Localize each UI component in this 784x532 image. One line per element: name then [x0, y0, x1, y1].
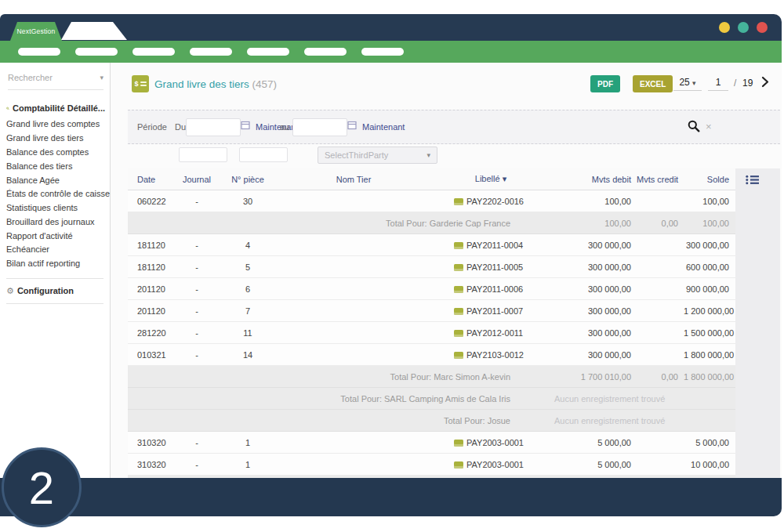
page-size-select[interactable]: 25 ▾ — [673, 77, 702, 91]
total-row: Total Pour: JosueAucun enregistrement tr… — [128, 410, 735, 432]
cell-nom-tier — [275, 278, 432, 300]
cell-mvts-credit — [636, 256, 683, 278]
cell-mvts-credit — [636, 190, 683, 212]
payment-icon — [454, 286, 463, 293]
sidebar-item[interactable]: Grand livre des comptes — [0, 118, 110, 132]
sidebar-item-configuration[interactable]: ⚙ Configuration — [6, 286, 103, 296]
chevron-down-icon: ▾ — [692, 79, 696, 87]
column-header[interactable]: Date — [128, 168, 173, 190]
column-header[interactable]: N° pièce — [220, 168, 275, 190]
ledger-entry-row: 201120-6PAY2011-0006300 000,00900 000,00 — [128, 278, 735, 300]
nav-item-placeholder[interactable] — [75, 48, 118, 56]
ledger-table: DateJournalN° pièceNom TierLibellé ▾Mvts… — [128, 168, 735, 478]
sidebar-section-comptabilite[interactable]: Comptabilité Détaillé... — [6, 103, 105, 113]
nav-item-placeholder[interactable] — [361, 48, 404, 56]
cell-nom-tier — [275, 234, 432, 256]
cell-date: 201120 — [128, 278, 173, 300]
cell-nom-tier — [275, 322, 432, 344]
cell-solde: 10 000,00 — [683, 454, 735, 476]
configuration-label: Configuration — [17, 286, 74, 295]
sidebar-item[interactable]: Rapport d'activité — [0, 229, 110, 243]
sidebar-item[interactable]: Echéancier — [0, 243, 110, 257]
app-window: NextGestion Rechercher ▾ Comptabilité Dé… — [0, 0, 784, 532]
page-separator: / — [734, 78, 736, 89]
cell-date: 310320 — [128, 432, 173, 454]
total-label: Total Pour: SARL Camping Amis de Cala Ir… — [128, 388, 550, 410]
cell-nom-tier — [275, 344, 432, 366]
cell-solde: 300 000,00 — [683, 234, 735, 256]
nav-item-placeholder[interactable] — [247, 48, 289, 56]
journal-filter-input[interactable] — [179, 147, 227, 162]
date-to-input[interactable] — [292, 118, 347, 136]
date-from-input[interactable] — [186, 118, 241, 136]
close-button[interactable] — [757, 22, 768, 33]
brand-name: NextGestion — [17, 27, 56, 35]
ledger-entry-row: 181120-5PAY2011-0005300 000,00600 000,00 — [128, 256, 735, 278]
nav-item-placeholder[interactable] — [132, 48, 175, 56]
main-navbar — [0, 41, 782, 63]
cell-date: 060222 — [128, 190, 173, 212]
cell-journal: - — [173, 234, 220, 256]
cell-solde: 5 000,00 — [683, 432, 735, 454]
ledger-table-zone: DateJournalN° pièceNom TierLibellé ▾Mvts… — [128, 168, 780, 478]
maximize-button[interactable] — [738, 22, 749, 33]
sidebar-item[interactable]: Balance des comptes — [0, 146, 110, 160]
third-party-select[interactable]: SelectThirdParty ▾ — [318, 147, 437, 164]
piece-filter-input[interactable] — [239, 147, 288, 162]
to-now-link[interactable]: Maintenant — [362, 122, 405, 132]
cell-mvts-debit: 300 000,00 — [550, 234, 636, 256]
title-bar: NextGestion — [0, 14, 782, 41]
secondary-tab-placeholder[interactable] — [61, 22, 127, 40]
cell-mvts-credit — [636, 322, 683, 344]
cell-date: 010321 — [128, 344, 173, 366]
excel-export-button[interactable]: EXCEL — [633, 75, 673, 92]
column-header[interactable]: Mvts debit — [550, 168, 636, 190]
column-filter-bar: SelectThirdParty ▾ — [128, 143, 780, 168]
payment-icon — [454, 264, 463, 271]
sidebar-section-label: Comptabilité Détaillé... — [13, 103, 105, 113]
column-list-icon[interactable] — [746, 174, 759, 188]
sidebar-divider — [6, 303, 103, 304]
column-header[interactable]: Mvts credit — [636, 168, 683, 190]
cell-date: 310320 — [128, 454, 173, 476]
sidebar-item[interactable]: Balance des tiers — [0, 159, 110, 173]
cell-date: 201120 — [128, 300, 173, 322]
column-header[interactable]: Nom Tier — [275, 168, 432, 190]
calendar-icon[interactable] — [347, 121, 357, 130]
sidebar-item[interactable]: Balance Agée — [0, 173, 110, 187]
nav-item-placeholder[interactable] — [304, 48, 347, 56]
nav-item-placeholder[interactable] — [18, 48, 60, 56]
sidebar: Rechercher ▾ Comptabilité Détaillé... Gr… — [0, 63, 111, 478]
no-records-message: Aucun enregistrement trouvé — [550, 410, 683, 432]
calendar-icon[interactable] — [241, 121, 250, 130]
cell-piece: 5 — [220, 256, 275, 278]
clear-filter-button[interactable]: × — [706, 121, 712, 132]
cell-mvts-debit: 5 000,00 — [550, 454, 636, 476]
minimize-button[interactable] — [719, 22, 730, 33]
ledger-entry-row: 201120-7PAY2011-0007300 000,001 200 000,… — [128, 300, 735, 322]
pdf-export-button[interactable]: PDF — [590, 75, 620, 92]
ledger-entry-row: 010321-14PAY2103-0012300 000,001 800 000… — [128, 344, 735, 366]
nav-item-placeholder[interactable] — [190, 48, 232, 56]
sidebar-item[interactable]: Statistiques clients — [0, 201, 110, 215]
cell-solde — [683, 388, 735, 410]
ledger-entry-row: 281220-11PAY2012-0011300 000,001 500 000… — [128, 322, 735, 344]
column-header[interactable]: Libellé ▾ — [432, 168, 550, 190]
sidebar-item[interactable]: États de contrôle de caisse — [0, 187, 110, 201]
magnifier-icon — [6, 104, 9, 113]
current-page-input[interactable]: 1 — [708, 77, 728, 91]
sidebar-item[interactable]: Brouillard des journaux — [0, 215, 110, 229]
cell-piece: 14 — [220, 344, 275, 366]
column-header[interactable]: Solde — [683, 168, 735, 190]
cell-libelle: PAY2012-0011 — [432, 322, 550, 344]
sidebar-search-select[interactable]: Rechercher ▾ — [8, 73, 103, 90]
sidebar-item[interactable]: Grand livre des tiers — [0, 132, 110, 146]
sidebar-item[interactable]: Bilan actif reporting — [0, 257, 110, 271]
record-count: (457) — [252, 78, 278, 90]
brand-tab[interactable]: NextGestion — [10, 22, 62, 41]
column-header[interactable]: Journal — [173, 168, 220, 190]
chevron-down-icon: ▾ — [426, 151, 430, 159]
next-page-button[interactable] — [761, 76, 769, 91]
page-title: Grand livre des tiers (457) — [154, 78, 277, 90]
apply-search-button[interactable] — [688, 120, 700, 134]
